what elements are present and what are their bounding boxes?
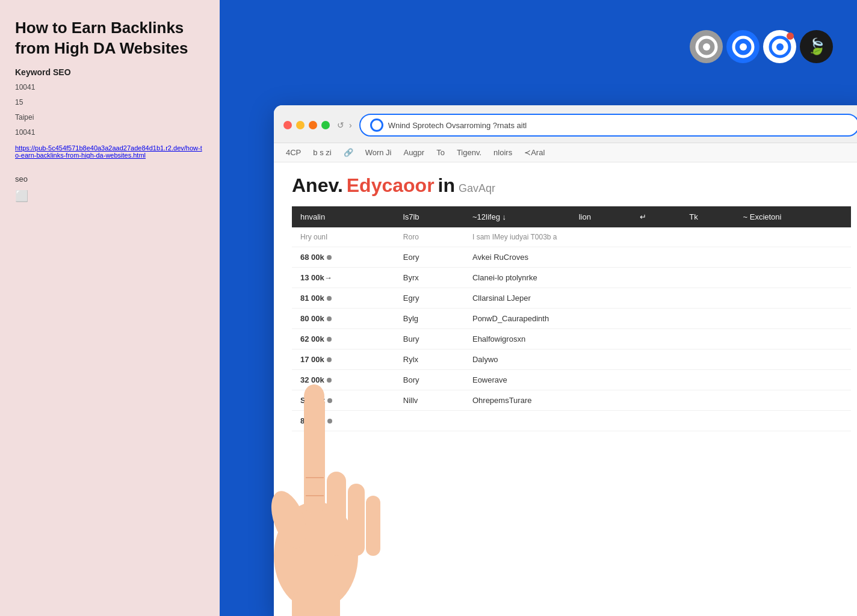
row-col2: Nillv bbox=[395, 390, 464, 411]
sidebar-title: How to Earn Backlinks from High DA Websi… bbox=[15, 18, 205, 59]
table-row: 68 00k Eory Avkei RuCroves bbox=[292, 247, 851, 268]
col-header-7[interactable]: ~ Excietoni bbox=[735, 206, 851, 227]
sidebar-tag: seo bbox=[15, 174, 205, 183]
col-header-3[interactable]: ~12lifeg ↓ bbox=[464, 206, 571, 227]
address-text: Wnind Sprotech Ovsarroming ?rnats aitl bbox=[388, 121, 527, 130]
subheader-2: Roro bbox=[395, 227, 464, 247]
col-header-5[interactable]: ↵ bbox=[631, 206, 681, 227]
row-col2: Rylx bbox=[395, 350, 464, 370]
col-header-2[interactable]: ls7lb bbox=[395, 206, 464, 227]
toolbar-item-augpr[interactable]: Augpr bbox=[403, 148, 424, 157]
toolbar-item-aral[interactable]: ≺Aral bbox=[524, 148, 545, 157]
sidebar-meta3: Taipei bbox=[15, 112, 205, 123]
row-col3: Cllarsinal LJeper bbox=[464, 288, 851, 309]
address-circle-icon bbox=[370, 119, 383, 132]
vol-cell: 13 00k→ bbox=[292, 268, 395, 288]
row-col3: Dalywo bbox=[464, 350, 851, 370]
row-col3: Ehalfowigrosxn bbox=[464, 329, 851, 350]
vol-cell: S0 00k bbox=[292, 390, 395, 411]
dot-indicator bbox=[327, 419, 332, 424]
table-row: 32 00k Bory Eowerave bbox=[292, 370, 851, 390]
table-row: 81 00k Egry Cllarsinal LJeper bbox=[292, 288, 851, 309]
dot-indicator bbox=[327, 357, 332, 362]
traffic-lights bbox=[283, 121, 330, 129]
browser-content: Anev. Edycaoor in GavAqr hnvalin ls7lb ~… bbox=[274, 162, 857, 443]
row-col2: Byrx bbox=[395, 268, 464, 288]
dot-indicator bbox=[327, 398, 332, 403]
browser-icon-4: 🍃 bbox=[800, 30, 833, 63]
toolbar-item-worm[interactable]: Worn Ji bbox=[365, 148, 392, 157]
table-row: 62 00k Bury Ehalfowigrosxn bbox=[292, 329, 851, 350]
toolbar-item-3[interactable]: 🔗 bbox=[344, 148, 353, 157]
vol-cell: 68 00k bbox=[292, 247, 395, 268]
nav-back[interactable]: ↺ bbox=[337, 120, 344, 130]
sidebar-url[interactable]: https://pub-5c454f571b8e40a3a2aad27ade84… bbox=[15, 144, 205, 159]
row-col3: Clanei-lo ptolynrke bbox=[464, 268, 851, 288]
top-icons-row: 🍃 bbox=[690, 30, 833, 63]
sidebar-meta2: 15 bbox=[15, 97, 205, 108]
traffic-light-orange[interactable] bbox=[309, 121, 317, 129]
vol-cell: 8E 00k bbox=[292, 411, 395, 431]
svg-point-1 bbox=[703, 43, 710, 51]
toolbar-item-1[interactable]: 4CP bbox=[286, 148, 301, 157]
table-row: S0 00k Nillv OhrepemsTurare bbox=[292, 390, 851, 411]
vol-cell: 32 00k bbox=[292, 370, 395, 390]
sidebar-icon: ⬜ bbox=[15, 189, 205, 203]
toolbar-item-tiger[interactable]: Tigenv. bbox=[457, 148, 481, 157]
toolbar-item-nloirs[interactable]: nloirs bbox=[493, 148, 512, 157]
vol-cell: 81 00k bbox=[292, 288, 395, 309]
row-col3: OhrepemsTurare bbox=[464, 390, 851, 411]
main-area: 🍃 ↺ › Wnind Sprotech Ovsarroming ?rnats … bbox=[220, 0, 857, 616]
page-title-part1: Anev. bbox=[292, 174, 343, 197]
nav-forward[interactable]: › bbox=[349, 120, 352, 130]
table-row: 17 00k Rylx Dalywo bbox=[292, 350, 851, 370]
dot-indicator bbox=[327, 378, 332, 383]
toolbar-item-2[interactable]: b s zi bbox=[313, 148, 331, 157]
browser-chrome: ↺ › Wnind Sprotech Ovsarroming ?rnats ai… bbox=[274, 105, 857, 143]
page-title-area: Anev. Edycaoor in GavAqr bbox=[292, 174, 851, 197]
subheader-3: I sam IMey iudyai T003b a bbox=[464, 227, 851, 247]
browser-icon-3 bbox=[763, 30, 796, 63]
data-table: hnvalin ls7lb ~12lifeg ↓ lion ↵ Tk ~ Exc… bbox=[292, 206, 851, 431]
table-subheader: Hry ounI Roro I sam IMey iudyai T003b a bbox=[292, 227, 851, 247]
browser-window: ↺ › Wnind Sprotech Ovsarroming ?rnats ai… bbox=[274, 105, 857, 616]
row-col2: Bory bbox=[395, 370, 464, 390]
red-dot-indicator bbox=[787, 32, 794, 40]
row-col3 bbox=[464, 411, 851, 431]
dot-indicator bbox=[327, 296, 332, 301]
browser-toolbar: 4CP b s zi 🔗 Worn Ji Augpr To Tigenv. nl… bbox=[274, 143, 857, 162]
table-row: 8E 00k bbox=[292, 411, 851, 431]
dot-indicator bbox=[327, 316, 332, 321]
traffic-light-yellow[interactable] bbox=[296, 121, 305, 129]
dot-indicator bbox=[327, 337, 332, 342]
row-col2: Bylg bbox=[395, 309, 464, 329]
browser-nav: ↺ › bbox=[337, 120, 352, 130]
row-col3: PonwD_Caurapedinth bbox=[464, 309, 851, 329]
toolbar-item-to[interactable]: To bbox=[436, 148, 445, 157]
sidebar-meta4: 10041 bbox=[15, 127, 205, 138]
subheader-1: Hry ounI bbox=[292, 227, 395, 247]
sidebar-keyword: Keyword SEO bbox=[15, 67, 205, 77]
row-col3: Avkei RuCroves bbox=[464, 247, 851, 268]
page-title-part2: Edycaoor bbox=[347, 174, 435, 197]
sidebar-meta1: 10041 bbox=[15, 82, 205, 93]
traffic-light-red[interactable] bbox=[283, 121, 292, 129]
col-header-6[interactable]: Tk bbox=[681, 206, 734, 227]
page-title-part4: GavAqr bbox=[459, 182, 495, 195]
traffic-light-green[interactable] bbox=[321, 121, 330, 129]
sidebar: How to Earn Backlinks from High DA Websi… bbox=[0, 0, 220, 616]
vol-cell: 17 00k bbox=[292, 350, 395, 370]
col-header-1[interactable]: hnvalin bbox=[292, 206, 395, 227]
browser-icon-1 bbox=[690, 30, 723, 63]
row-col3: Eowerave bbox=[464, 370, 851, 390]
page-title-part3: in bbox=[438, 174, 455, 197]
row-col2: Bury bbox=[395, 329, 464, 350]
col-header-4[interactable]: lion bbox=[571, 206, 631, 227]
row-col2: Eory bbox=[395, 247, 464, 268]
vol-cell: 62 00k bbox=[292, 329, 395, 350]
vol-cell: 80 00k bbox=[292, 309, 395, 329]
address-bar[interactable]: Wnind Sprotech Ovsarroming ?rnats aitl bbox=[359, 114, 857, 137]
svg-point-3 bbox=[740, 43, 747, 51]
svg-point-5 bbox=[776, 43, 784, 51]
table-row: 80 00k Bylg PonwD_Caurapedinth bbox=[292, 309, 851, 329]
